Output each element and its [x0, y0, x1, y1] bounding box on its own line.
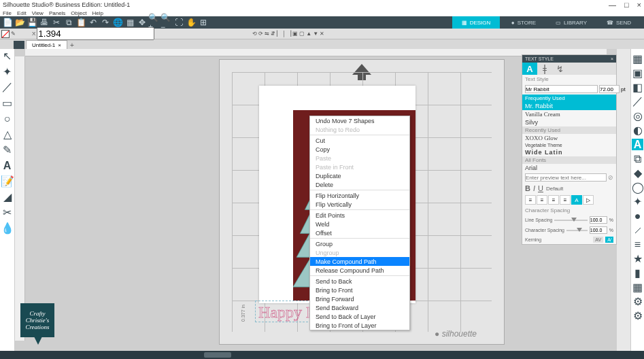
flip-v-icon[interactable]: ⇵ — [271, 31, 275, 37]
edit-points-tool-icon[interactable]: ✦ — [1, 66, 14, 78]
align-center-icon[interactable]: │ — [282, 31, 286, 37]
text-direction-button[interactable]: A — [571, 195, 582, 205]
offset-panel-icon[interactable]: ◯ — [632, 182, 643, 193]
sketch-icon[interactable]: ⟋ — [632, 224, 643, 236]
context-cut[interactable]: Cut — [310, 136, 409, 145]
char-spacing-slider[interactable] — [566, 230, 588, 231]
textstyle-tab-spacing[interactable]: ǂ — [537, 63, 552, 75]
save-icon[interactable]: 💾 — [26, 16, 38, 29]
back-icon[interactable]: ▼ — [313, 31, 318, 37]
context-duplicate[interactable]: Duplicate — [310, 171, 409, 180]
tab-send[interactable]: ☎ SEND — [595, 16, 643, 29]
barcode-icon[interactable]: ▮ — [632, 267, 643, 279]
align-justify-button[interactable]: ≡ — [560, 195, 571, 205]
tile-icon[interactable]: ▦ — [632, 281, 643, 293]
align-left-icon[interactable]: ▏ — [277, 31, 281, 37]
italic-button[interactable]: I — [533, 184, 535, 192]
open-icon[interactable]: 📂 — [14, 16, 26, 29]
page-setup-icon[interactable]: ▦ — [632, 53, 643, 65]
align-left-button[interactable]: ≡ — [525, 195, 536, 205]
align-center-button[interactable]: ≡ — [537, 195, 547, 205]
flip-h-icon[interactable]: ⇋ — [265, 31, 269, 37]
front-icon[interactable]: ▲ — [306, 31, 311, 37]
font-arial[interactable]: Arial — [522, 164, 616, 172]
scroll-handle[interactable] — [204, 352, 231, 358]
settings-icon[interactable]: ⚙ — [632, 310, 643, 322]
textstyle-tab-a[interactable]: A — [522, 63, 537, 75]
underline-button[interactable]: U — [538, 184, 543, 192]
addshape-icon[interactable]: ⊞ — [197, 16, 209, 29]
context-undo-move-7-shapes[interactable]: Undo Move 7 Shapes — [310, 116, 409, 125]
layer-icon[interactable]: ≡ — [632, 239, 643, 250]
replicate-panel-icon[interactable]: ⧉ — [632, 153, 643, 165]
x-input[interactable] — [37, 27, 154, 40]
context-bring-to-front[interactable]: Bring to Front — [310, 286, 409, 294]
add-tab-icon[interactable]: + — [67, 41, 77, 49]
context-edit-points[interactable]: Edit Points — [310, 211, 409, 220]
menu-panels[interactable]: Panels — [49, 10, 65, 16]
panel-close-icon[interactable]: × — [611, 56, 613, 61]
group-icon[interactable]: ▣ — [292, 31, 298, 37]
pan-icon[interactable]: ✋ — [185, 16, 197, 29]
font-size-input[interactable] — [599, 85, 620, 93]
rotate-right-icon[interactable]: ⟳ — [258, 31, 263, 37]
modify-panel-icon[interactable]: ◆ — [632, 167, 643, 179]
context-send-backward[interactable]: Send Backward — [310, 303, 409, 312]
context-weld[interactable]: Weld — [310, 220, 409, 228]
context-flip-vertically[interactable]: Flip Vertically — [310, 200, 409, 209]
context-group[interactable]: Group — [310, 239, 409, 248]
context-flip-horizontally[interactable]: Flip Horizontally — [310, 191, 409, 200]
context-copy[interactable]: Copy — [310, 145, 409, 154]
style-default[interactable]: Default — [546, 186, 563, 192]
tab-store[interactable]: ● STORE — [500, 16, 547, 29]
document-tab[interactable]: Untitled-1 × — [26, 40, 67, 49]
align-right-button[interactable]: ≡ — [548, 195, 559, 205]
rectangle-tool-icon[interactable]: ▭ — [1, 97, 14, 109]
rotate-left-icon[interactable]: ⟲ — [252, 31, 257, 37]
line-tool-icon[interactable]: ／ — [1, 82, 14, 93]
text-tool-icon[interactable]: A — [1, 160, 14, 171]
minimize-icon[interactable]: — — [609, 1, 616, 9]
context-bring-to-front-of-layer[interactable]: Bring to Front of Layer — [310, 321, 409, 330]
zoomfit-icon[interactable]: ⛶ — [173, 16, 185, 29]
menu-help[interactable]: Help — [92, 10, 103, 16]
transform-panel-icon[interactable]: ◐ — [632, 124, 643, 136]
menu-edit[interactable]: Edit — [17, 10, 27, 16]
tab-design[interactable]: ▦ DESIGN — [452, 16, 500, 29]
font-mr-rabbit[interactable]: Mr. Rabbit — [522, 102, 616, 110]
trace-panel-icon[interactable]: ◎ — [632, 110, 643, 122]
fill-panel-icon[interactable]: ◧ — [632, 82, 643, 93]
font-name-input[interactable] — [525, 85, 598, 93]
font-silvy[interactable]: Silvy — [522, 118, 616, 126]
text-panel-icon[interactable]: A — [632, 139, 643, 150]
menu-view[interactable]: View — [32, 10, 44, 16]
eyedrop-tool-icon[interactable]: 💧 — [1, 222, 14, 234]
line-panel-icon[interactable]: ／ — [632, 96, 643, 107]
context-send-to-back[interactable]: Send to Back — [310, 277, 409, 286]
knife-tool-icon[interactable]: ✂ — [1, 207, 14, 218]
tab-library[interactable]: ▭ LIBRARY — [547, 16, 595, 29]
maximize-icon[interactable]: □ — [624, 1, 629, 9]
line-spacing-slider[interactable] — [554, 220, 587, 221]
rhinestone-icon[interactable]: ● — [632, 210, 643, 222]
image-effects-icon[interactable]: ✦ — [632, 196, 643, 207]
textstyle-tab-path[interactable]: ↯ — [552, 63, 567, 75]
freehand-tool-icon[interactable]: ✎ — [1, 144, 14, 156]
context-bring-forward[interactable]: Bring Forward — [310, 294, 409, 303]
context-offset[interactable]: Offset — [310, 228, 409, 237]
swatch-icon[interactable] — [1, 30, 10, 38]
char-spacing-input[interactable] — [590, 226, 607, 234]
layout-icon[interactable] — [14, 41, 24, 49]
line-spacing-input[interactable] — [590, 216, 607, 224]
menu-file[interactable]: File — [3, 10, 12, 16]
context-release-compound-path[interactable]: Release Compound Path — [310, 266, 409, 275]
preview-text-input[interactable] — [525, 173, 607, 182]
tab-close-icon[interactable]: × — [58, 42, 61, 48]
clear-icon[interactable]: ⊘ — [608, 174, 613, 181]
note-tool-icon[interactable]: 📝 — [1, 175, 14, 187]
font-xoxo[interactable]: XOXO Glow — [522, 134, 616, 142]
brush-icon[interactable]: ✎ — [11, 31, 16, 37]
font-wide-latin[interactable]: Wide Latin — [522, 148, 616, 156]
kerning-av-button[interactable]: AV — [593, 237, 603, 243]
eraser-tool-icon[interactable]: ◢ — [1, 191, 14, 203]
